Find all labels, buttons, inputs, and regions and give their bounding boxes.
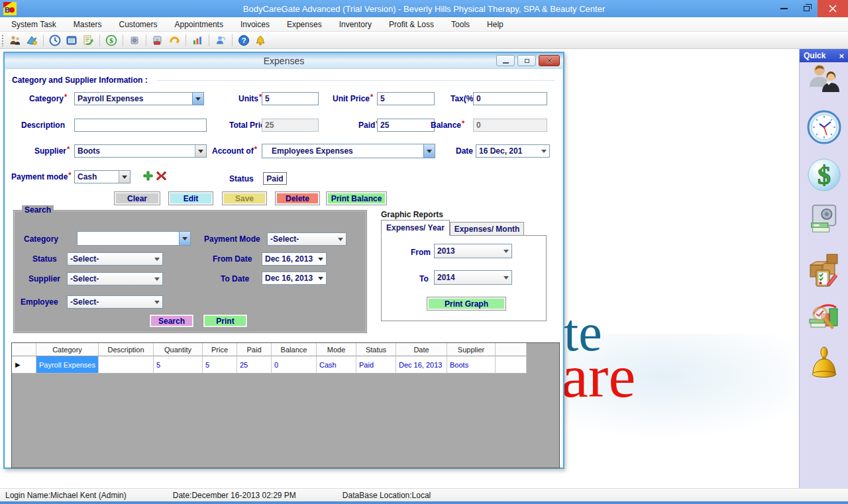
col-date[interactable]: Date [396,343,447,356]
grid-data-row[interactable]: ▶ Payroll Expenses 5 5 25 0 Cash Paid De… [12,356,559,374]
customers-icon[interactable] [807,60,841,98]
cash-safe-icon[interactable] [807,203,841,236]
minimize-button[interactable] [772,0,795,17]
to-date-combobox[interactable]: Dec 16, 2013 [262,272,327,285]
tax-input[interactable]: 0 [473,92,547,105]
inventory-small-icon[interactable] [128,34,141,47]
cell-quantity[interactable]: 5 [154,356,203,374]
close-icon [546,57,553,64]
close-button[interactable] [818,0,848,17]
edit-button[interactable]: Edit [168,191,213,205]
col-status[interactable]: Status [356,343,396,356]
menu-appointments[interactable]: Appointments [166,18,232,31]
cell-status[interactable]: Paid [356,356,396,374]
reminder-bell-icon[interactable] [807,342,841,384]
col-price[interactable]: Price [203,343,237,356]
from-date-combobox[interactable]: Dec 16, 2013 [262,252,327,266]
safe-icon[interactable] [151,34,164,47]
cell-category[interactable]: Payroll Expenses [36,356,99,374]
appointments-clock-icon[interactable] [48,34,62,47]
cell-date[interactable]: Dec 16, 2013 [396,356,447,374]
account-of-combobox[interactable]: Employees Expenses [262,144,435,158]
col-paid[interactable]: Paid [237,343,272,356]
search-category-label: Category [24,234,58,244]
payment-mode-combobox[interactable]: Cash [74,170,131,183]
tab-expenses-month[interactable]: Expenses/ Month [450,222,524,236]
menu-profit-loss[interactable]: Profit & Loss [380,18,443,31]
reminder-bell-icon[interactable] [254,34,267,47]
restore-button[interactable] [795,0,818,17]
application-window: B BodyCareGate Advanced (Trial Version) … [0,0,848,504]
description-label: Description [21,121,65,130]
menu-inventory[interactable]: Inventory [331,18,380,31]
delete-button[interactable]: Delete [275,191,320,205]
graphic-reports-panel: From 2013 To 2014 Print Graph [381,235,547,321]
unit-price-input[interactable]: 5 [377,92,435,105]
graph-to-label: To [419,274,429,283]
customers-icon[interactable] [9,34,22,47]
app-logo-icon: B [3,2,17,15]
reports-chart-icon[interactable] [191,34,204,47]
add-payment-mode-icon[interactable] [142,170,154,181]
col-category[interactable]: Category [36,343,99,356]
category-combobox[interactable]: Payroll Expenses [74,92,204,105]
col-balance[interactable]: Balance [272,343,317,356]
search-panel: Search Category Payment Mode -Select- St… [13,210,367,333]
search-status-combobox[interactable]: -Select- [67,252,163,266]
clock-icon[interactable] [807,106,841,148]
menu-tools[interactable]: Tools [443,18,478,31]
graph-to-combobox[interactable]: 2014 [434,270,512,285]
col-description[interactable]: Description [99,343,154,356]
search-supplier-combobox[interactable]: -Select- [67,272,163,285]
masters-icon[interactable] [25,34,38,47]
menu-system-task[interactable]: System Task [3,18,65,31]
paid-input[interactable]: 25 [377,119,435,132]
save-button[interactable]: Save [222,191,267,205]
cell-mode[interactable]: Cash [317,356,356,374]
col-supplier[interactable]: Supplier [447,343,496,356]
date-combobox[interactable]: 16 Dec, 201 [476,144,550,158]
menu-expenses[interactable]: Expenses [278,18,331,31]
dialog-maximize-button[interactable] [517,55,536,66]
menu-help[interactable]: Help [478,18,512,31]
cell-supplier[interactable]: Boots [447,356,496,374]
col-mode[interactable]: Mode [317,343,356,356]
cell-price[interactable]: 5 [203,356,237,374]
employee-combobox[interactable]: -Select- [67,295,163,309]
print-button[interactable]: Print [203,314,248,328]
quick-panel: Quick × [799,49,848,488]
delete-payment-mode-icon[interactable] [156,170,167,181]
search-category-combobox[interactable] [77,231,191,246]
print-balance-button[interactable]: Print Balance [326,191,387,205]
search-payment-mode-combobox[interactable]: -Select- [267,232,346,246]
search-button[interactable]: Search [149,314,194,328]
menu-customers[interactable]: Customers [111,18,166,31]
description-input[interactable] [74,119,207,132]
dialog-titlebar: Expenses [5,53,563,69]
clear-button[interactable]: Clear [114,191,160,205]
dialog-minimize-button[interactable] [496,55,515,66]
graph-from-combobox[interactable]: 2013 [434,244,512,258]
expenses-dollar-icon[interactable]: $ [105,34,118,47]
inventory-boxes-icon[interactable] [807,249,841,291]
print-graph-button[interactable]: Print Graph [427,297,506,311]
calendar-icon[interactable] [65,34,78,47]
help-icon[interactable]: ? [237,34,250,47]
cell-balance[interactable]: 0 [272,356,317,374]
backup-undo-icon[interactable] [168,34,181,47]
cell-description[interactable] [99,356,154,374]
supplier-combobox[interactable]: Boots [74,144,207,158]
from-date-label: From Date [213,254,252,264]
dialog-close-button[interactable] [539,55,560,66]
user-sync-icon[interactable] [214,34,227,47]
units-input[interactable]: 5 [262,92,319,105]
report-search-icon[interactable] [807,299,841,334]
menu-masters[interactable]: Masters [65,18,111,31]
dollar-bubble-icon[interactable]: $ [807,155,841,195]
menu-invoices[interactable]: Invoices [232,18,278,31]
statusbar-date: Date:December 16-2013 02:29 PM [173,491,296,500]
cell-paid[interactable]: 25 [237,356,272,374]
tab-expenses-year[interactable]: Expenses/ Year [381,220,450,236]
col-quantity[interactable]: Quantity [154,343,203,356]
invoices-icon[interactable] [81,34,95,47]
